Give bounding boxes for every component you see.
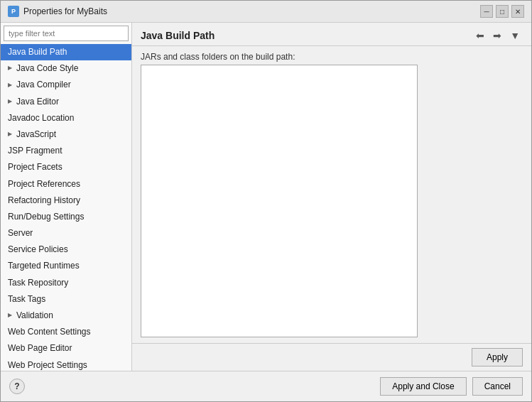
apply-bar: Apply	[132, 343, 531, 371]
sidebar-item-10[interactable]: Run/Debug Settings	[1, 209, 131, 225]
help-button[interactable]: ?	[9, 379, 25, 394]
cancel-button[interactable]: Cancel	[472, 377, 523, 396]
sidebar-item-4[interactable]: Javadoc Location	[1, 110, 131, 126]
sidebar-item-0[interactable]: Java Build Path	[1, 44, 131, 60]
content-body: JARs and class folders on the build path…	[132, 46, 531, 343]
nav-dropdown-button[interactable]: ▼	[507, 28, 523, 43]
sidebar: Java Build PathJava Code StyleJava Compi…	[1, 23, 132, 371]
sidebar-item-7[interactable]: Project Facets	[1, 159, 131, 175]
sidebar-list: Java Build PathJava Code StyleJava Compi…	[1, 44, 131, 371]
tree-section: JARs and class folders on the build path…	[141, 52, 418, 337]
maximize-button[interactable]: □	[496, 5, 509, 18]
nav-back-button[interactable]: ⬅	[473, 28, 487, 43]
sidebar-item-8[interactable]: Project References	[1, 176, 131, 192]
sidebar-item-18[interactable]: Web Page Editor	[1, 340, 131, 357]
sidebar-item-2[interactable]: Java Compiler	[1, 77, 131, 93]
apply-close-button[interactable]: Apply and Close	[380, 377, 466, 396]
window-title: Properties for MyBaits	[23, 6, 107, 16]
sidebar-item-12[interactable]: Service Policies	[1, 241, 131, 258]
filter-input[interactable]	[4, 26, 129, 41]
sidebar-item-3[interactable]: Java Editor	[1, 94, 131, 110]
sidebar-item-6[interactable]: JSP Fragment	[1, 143, 131, 159]
sidebar-item-5[interactable]: JavaScript	[1, 126, 131, 143]
minimize-button[interactable]: ─	[480, 5, 493, 18]
close-button[interactable]: ✕	[511, 5, 524, 18]
sidebar-item-15[interactable]: Task Tags	[1, 291, 131, 308]
sidebar-item-19[interactable]: Web Project Settings	[1, 357, 131, 371]
sidebar-item-16[interactable]: Validation	[1, 308, 131, 324]
main-layout: Java Build PathJava Code StyleJava Compi…	[1, 23, 531, 371]
footer-bar: ? Apply and Close Cancel	[1, 371, 531, 401]
apply-button[interactable]: Apply	[472, 348, 523, 366]
build-path-tree[interactable]	[141, 65, 418, 337]
title-bar: P Properties for MyBaits ─ □ ✕	[1, 1, 531, 23]
sidebar-item-17[interactable]: Web Content Settings	[1, 324, 131, 340]
properties-window: P Properties for MyBaits ─ □ ✕ Java Buil…	[0, 0, 532, 402]
sidebar-item-13[interactable]: Targeted Runtimes	[1, 258, 131, 274]
content-header: Java Build Path ⬅ ➡ ▼	[132, 23, 531, 45]
content-title: Java Build Path	[141, 30, 215, 41]
content-area: Java Build Path ⬅ ➡ ▼ JARs and class fol…	[132, 23, 531, 371]
nav-forward-button[interactable]: ➡	[490, 28, 504, 43]
sidebar-item-11[interactable]: Server	[1, 225, 131, 241]
sidebar-item-9[interactable]: Refactoring History	[1, 192, 131, 209]
buttons-panel	[423, 52, 523, 337]
sidebar-item-1[interactable]: Java Code Style	[1, 60, 131, 77]
sidebar-item-14[interactable]: Task Repository	[1, 275, 131, 291]
tree-label: JARs and class folders on the build path…	[141, 52, 418, 62]
window-icon: P	[8, 6, 19, 17]
